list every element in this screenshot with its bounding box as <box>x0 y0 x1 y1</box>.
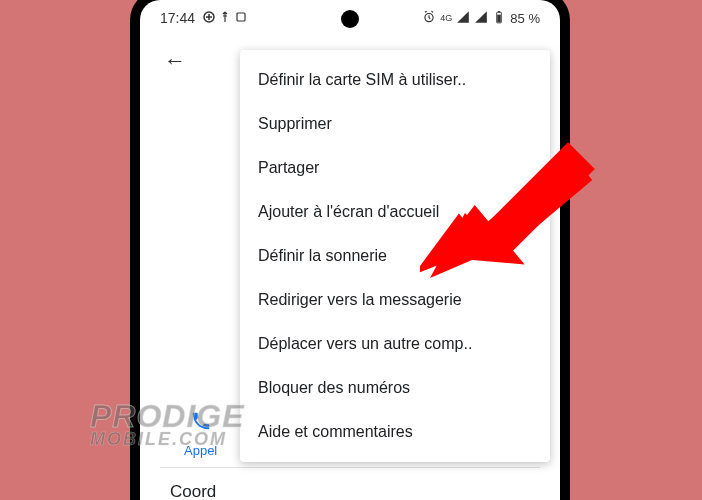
menu-item-delete[interactable]: Supprimer <box>240 102 550 146</box>
menu-item-route-voicemail[interactable]: Rediriger vers la messagerie <box>240 278 550 322</box>
divider <box>160 467 540 468</box>
menu-item-add-homescreen[interactable]: Ajouter à l'écran d'accueil <box>240 190 550 234</box>
menu-item-help-feedback[interactable]: Aide et commentaires <box>240 410 550 454</box>
svg-rect-5 <box>498 14 502 22</box>
menu-item-block-numbers[interactable]: Bloquer des numéros <box>240 366 550 410</box>
data-saver-icon <box>203 11 215 26</box>
nfc-icon <box>235 11 247 26</box>
camera-hole <box>341 10 359 28</box>
battery-icon <box>492 10 506 27</box>
menu-item-set-ringtone[interactable]: Définir la sonnerie <box>240 234 550 278</box>
menu-item-share[interactable]: Partager <box>240 146 550 190</box>
status-icons-left <box>203 11 247 26</box>
menu-item-move-account[interactable]: Déplacer vers un autre comp.. <box>240 322 550 366</box>
overflow-menu: Définir la carte SIM à utiliser.. Suppri… <box>240 50 550 462</box>
phone-icon <box>190 410 212 436</box>
call-tab-label[interactable]: Appel <box>184 443 217 458</box>
svg-rect-4 <box>498 11 500 12</box>
network-type-label: 4G <box>440 14 452 23</box>
back-button[interactable]: ← <box>156 40 194 82</box>
usb-icon <box>219 11 231 26</box>
menu-item-set-sim[interactable]: Définir la carte SIM à utiliser.. <box>240 58 550 102</box>
signal-icon-2 <box>474 10 488 27</box>
svg-rect-1 <box>237 13 245 21</box>
signal-icon-1 <box>456 10 470 27</box>
status-time: 17:44 <box>160 10 195 26</box>
phone-frame: 17:44 4G <box>130 0 570 500</box>
battery-percent-label: 85 % <box>510 11 540 26</box>
alarm-icon <box>422 10 436 27</box>
status-left: 17:44 <box>160 10 247 26</box>
coordinates-section-label: Coord <box>170 482 216 500</box>
status-right: 4G 85 % <box>422 10 540 27</box>
status-bar: 17:44 4G <box>140 0 560 36</box>
phone-screen: 17:44 4G <box>140 0 560 500</box>
